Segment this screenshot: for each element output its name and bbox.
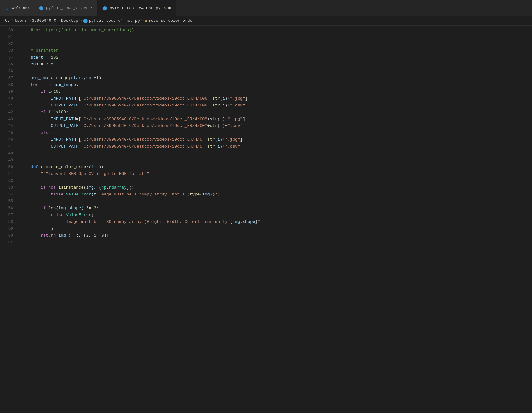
ln-39: 39 bbox=[2, 88, 16, 95]
ln-31: 31 bbox=[2, 34, 16, 40]
editor: 30 31 32 33 34 35 36 37 38 39 40 41 42 4… bbox=[0, 26, 532, 413]
code-line-41: OUTPUT_PATH="C:/Users/39905940-C/Desktop… bbox=[21, 102, 532, 109]
ln-36: 36 bbox=[2, 68, 16, 75]
code-area[interactable]: # print(dir(feat.utils.image_operations)… bbox=[18, 27, 532, 413]
ln-53: 53 bbox=[2, 184, 16, 191]
ln-60: 60 bbox=[2, 232, 16, 239]
ln-40: 40 bbox=[2, 95, 16, 102]
code-line-60: return img[:, :, [2, 1, 0]] bbox=[21, 232, 532, 239]
code-line-42: elif i<100: bbox=[21, 109, 532, 116]
code-line-56: if len(img.shape) != 3: bbox=[21, 205, 532, 212]
ln-32: 32 bbox=[2, 40, 16, 47]
code-line-36 bbox=[21, 68, 532, 75]
ln-55: 55 bbox=[2, 198, 16, 205]
code-line-51: """Convert BGR OpenCV image to RGB forma… bbox=[21, 171, 532, 177]
code-line-48 bbox=[21, 150, 532, 157]
ln-30: 30 bbox=[2, 27, 16, 34]
code-line-58: f"Image must be a 3D numpy array (Height… bbox=[21, 218, 532, 225]
code-line-46: INPUT_PATH=["C:/Users/39905940-C/Desktop… bbox=[21, 136, 532, 143]
breadcrumb-func: reverse_color_order bbox=[149, 18, 195, 23]
vs-icon: ▢ bbox=[5, 6, 9, 10]
code-line-39: if i<10: bbox=[21, 88, 532, 95]
ln-46: 46 bbox=[2, 136, 16, 143]
code-line-61 bbox=[21, 239, 532, 246]
tab-dot bbox=[168, 7, 171, 9]
breadcrumb-sep-2: > bbox=[28, 18, 31, 23]
ln-61: 61 bbox=[2, 239, 16, 246]
tab-badge-1: 6 bbox=[90, 6, 93, 10]
code-line-45: else: bbox=[21, 129, 532, 136]
tab-pyfeat-v4[interactable]: ⬤ pyfeat_test_v4.py 6 bbox=[34, 0, 98, 16]
ln-49: 49 bbox=[2, 157, 16, 164]
ln-58: 58 bbox=[2, 218, 16, 225]
code-line-31 bbox=[21, 34, 532, 40]
breadcrumb-sep-5: > bbox=[141, 18, 144, 23]
tab-pyfeat-v4-nou-label: pyfeat_test_v4_nou.py bbox=[110, 6, 161, 11]
ln-34: 34 bbox=[2, 54, 16, 61]
breadcrumb: C: > Users > 39905940-C > Desktop > ⬤ py… bbox=[0, 16, 532, 26]
ln-51: 51 bbox=[2, 171, 16, 177]
breadcrumb-sep-3: > bbox=[57, 18, 60, 23]
ln-38: 38 bbox=[2, 82, 16, 88]
ln-37: 37 bbox=[2, 75, 16, 82]
breadcrumb-py-icon: ⬤ bbox=[83, 18, 88, 23]
breadcrumb-c: C: bbox=[5, 18, 10, 23]
code-line-33: # parameter bbox=[21, 47, 532, 54]
ln-56: 56 bbox=[2, 205, 16, 212]
code-line-57: raise ValueError( bbox=[21, 212, 532, 218]
breadcrumb-desktop: Desktop bbox=[61, 18, 78, 23]
code-line-38: for i in num_image: bbox=[21, 82, 532, 88]
code-line-53: if not isinstance(img, (np.ndarray)): bbox=[21, 184, 532, 191]
breadcrumb-sep-1: > bbox=[11, 18, 14, 23]
ln-48: 48 bbox=[2, 150, 16, 157]
code-line-54: raise ValueError(f"Image must be a numpy… bbox=[21, 191, 532, 198]
code-line-43: INPUT_PATH=["C:/Users/39905940-C/Desktop… bbox=[21, 116, 532, 123]
ln-33: 33 bbox=[2, 47, 16, 54]
ln-44: 44 bbox=[2, 123, 16, 129]
code-line-30: # print(dir(feat.utils.image_operations)… bbox=[21, 27, 532, 34]
ln-42: 42 bbox=[2, 109, 16, 116]
code-line-37: num_image=range(start,end+1) bbox=[21, 75, 532, 82]
code-line-49 bbox=[21, 157, 532, 164]
ln-35: 35 bbox=[2, 61, 16, 68]
ln-57: 57 bbox=[2, 212, 16, 218]
code-line-55 bbox=[21, 198, 532, 205]
title-bar: ▢ Welcome ⬤ pyfeat_test_v4.py 6 ⬤ pyfeat… bbox=[0, 0, 532, 16]
tab-pyfeat-v4-nou[interactable]: ⬤ pyfeat_test_v4_nou.py 6 bbox=[98, 0, 176, 16]
code-line-35: end = 315 bbox=[21, 61, 532, 68]
ln-41: 41 bbox=[2, 102, 16, 109]
py-icon-2: ⬤ bbox=[103, 6, 107, 10]
code-line-52 bbox=[21, 177, 532, 184]
tab-pyfeat-v4-label: pyfeat_test_v4.py bbox=[46, 6, 88, 10]
py-icon-1: ⬤ bbox=[39, 6, 44, 10]
ln-45: 45 bbox=[2, 129, 16, 136]
tab-welcome-label: Welcome bbox=[12, 6, 29, 10]
breadcrumb-file: pyfeat_test_v4_nou.py bbox=[89, 18, 140, 23]
ln-50: 50 bbox=[2, 164, 16, 171]
code-line-59: ) bbox=[21, 225, 532, 232]
ln-52: 52 bbox=[2, 177, 16, 184]
code-line-47: OUTPUT_PATH="C:/Users/39905940-C/Desktop… bbox=[21, 143, 532, 150]
code-line-34: start = 102 bbox=[21, 54, 532, 61]
code-line-40: INPUT_PATH=["C:/Users/39905940-C/Desktop… bbox=[21, 95, 532, 102]
ln-54: 54 bbox=[2, 191, 16, 198]
code-line-44: OUTPUT_PATH="C:/Users/39905940-C/Desktop… bbox=[21, 123, 532, 129]
tab-welcome[interactable]: ▢ Welcome bbox=[0, 0, 34, 16]
ln-43: 43 bbox=[2, 116, 16, 123]
breadcrumb-users: Users bbox=[15, 18, 27, 23]
code-line-32 bbox=[21, 40, 532, 47]
breadcrumb-func-icon: ◆ bbox=[145, 18, 147, 23]
line-numbers: 30 31 32 33 34 35 36 37 38 39 40 41 42 4… bbox=[0, 27, 18, 413]
code-line-50: def reverse_color_order(img): bbox=[21, 164, 532, 171]
tab-badge-2: 6 bbox=[164, 6, 166, 10]
ln-59: 59 bbox=[2, 225, 16, 232]
breadcrumb-sep-4: > bbox=[79, 18, 82, 23]
ln-47: 47 bbox=[2, 143, 16, 150]
breadcrumb-user: 39905940-C bbox=[32, 18, 56, 23]
